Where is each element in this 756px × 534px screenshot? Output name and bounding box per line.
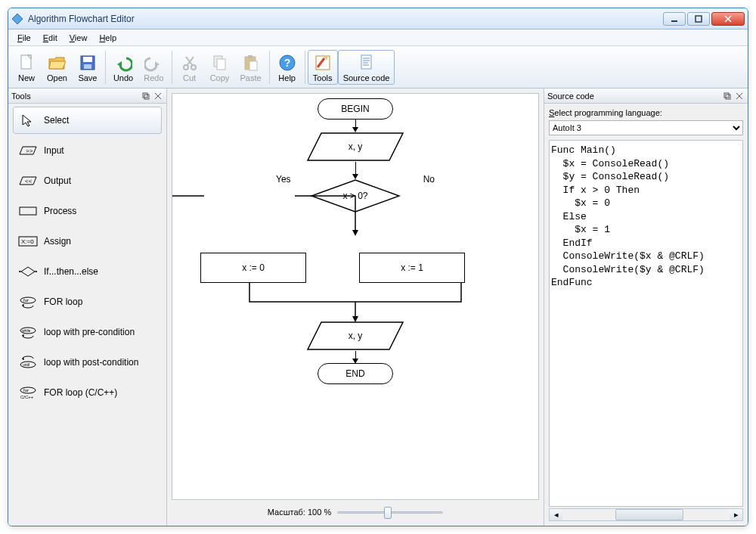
scroll-right-icon[interactable]: ▸ [730, 509, 742, 520]
svg-rect-10 [83, 57, 92, 62]
svg-text:X:=0: X:=0 [21, 238, 34, 245]
save-button[interactable]: Save [73, 50, 103, 85]
source-panel-undock[interactable] [722, 91, 733, 101]
app-window: Algorithm Flowchart Editor File Edit Vie… [8, 8, 748, 526]
language-select[interactable]: AutoIt 3 [549, 120, 743, 135]
save-icon [78, 53, 98, 73]
svg-rect-69 [724, 93, 729, 98]
tools-panel-close[interactable] [153, 91, 163, 101]
tool-select[interactable]: Select [13, 107, 162, 134]
paste-button[interactable]: Paste [235, 50, 267, 85]
undo-icon [113, 53, 133, 73]
for-icon: for [18, 295, 38, 309]
tools-panel-undock[interactable] [141, 91, 151, 101]
app-icon [11, 13, 23, 25]
flowchart-output[interactable]: x, y [306, 321, 404, 351]
redo-button[interactable]: Redo [138, 50, 169, 85]
svg-marker-0 [12, 14, 23, 24]
svg-rect-33 [143, 93, 147, 98]
svg-point-49 [36, 271, 37, 272]
svg-rect-42 [20, 207, 36, 215]
menu-edit[interactable]: Edit [37, 32, 64, 44]
tools-toggle-button[interactable]: Tools [308, 50, 338, 85]
maximize-button[interactable] [687, 12, 710, 26]
tool-ifthen[interactable]: If...then...else [13, 258, 162, 285]
tools-icon [313, 53, 333, 73]
no-label: No [423, 174, 435, 185]
tool-for[interactable]: forFOR loop [13, 288, 162, 315]
new-button[interactable]: New [11, 50, 42, 85]
cursor-icon [18, 113, 38, 127]
tool-while[interactable]: whileloop with pre-condition [13, 318, 162, 346]
zoom-slider[interactable] [337, 506, 443, 518]
forcpp-icon: forC/C++ [18, 386, 38, 399]
zoom-label: Масштаб: 100 % [268, 508, 331, 517]
svg-rect-21 [248, 55, 253, 58]
svg-text:>>: >> [26, 147, 33, 154]
svg-rect-22 [249, 61, 257, 70]
toolbar: New Open Save Undo Redo Cut Copy Paste ?… [8, 46, 748, 88]
help-button[interactable]: ?Help [272, 50, 302, 85]
svg-rect-70 [726, 95, 730, 99]
source-panel-title: Source code [547, 92, 720, 101]
menu-view[interactable]: View [64, 32, 94, 44]
titlebar[interactable]: Algorithm Flowchart Editor [8, 8, 748, 29]
source-toggle-button[interactable]: Source code [338, 50, 395, 85]
scroll-left-icon[interactable]: ◂ [550, 509, 562, 520]
svg-text:<<: << [25, 178, 33, 185]
menu-help[interactable]: Help [93, 32, 122, 44]
canvas-area: BEGIN x, y Yes No x > 0? [167, 88, 544, 526]
menubar: File Edit View Help [8, 29, 748, 46]
source-icon [357, 53, 376, 73]
until-icon: until [18, 355, 38, 369]
svg-text:for: for [23, 298, 29, 303]
source-hscrollbar[interactable]: ◂ ▸ [549, 508, 743, 521]
cut-button[interactable]: Cut [175, 50, 205, 85]
svg-marker-8 [49, 61, 66, 69]
svg-rect-19 [217, 59, 225, 70]
svg-marker-37 [23, 115, 31, 126]
redo-icon [144, 53, 163, 73]
output-icon: << [18, 174, 38, 188]
copy-button[interactable]: Copy [205, 50, 235, 85]
tool-input[interactable]: >>Input [13, 137, 162, 164]
tool-process[interactable]: Process [13, 197, 162, 225]
svg-rect-2 [696, 16, 702, 22]
flowchart-input[interactable]: x, y [306, 132, 404, 162]
open-button[interactable]: Open [42, 50, 73, 85]
flowchart-canvas[interactable]: BEGIN x, y Yes No x > 0? [172, 93, 539, 500]
source-code[interactable]: Func Main() $x = ConsoleRead() $y = Cons… [549, 140, 743, 507]
tool-output[interactable]: <<Output [13, 167, 162, 194]
source-panel: Source code Select programming language:… [544, 88, 748, 526]
process-icon [18, 204, 38, 218]
decision-icon [18, 265, 38, 278]
window-title: Algorithm Flowchart Editor [28, 14, 662, 24]
svg-point-48 [19, 271, 20, 272]
input-icon: >> [18, 144, 38, 157]
svg-rect-28 [361, 55, 371, 69]
copy-icon [210, 53, 230, 73]
svg-text:until: until [23, 362, 29, 367]
while-icon: while [18, 325, 38, 339]
svg-text:C/C++: C/C++ [20, 395, 34, 399]
svg-marker-65 [352, 230, 358, 236]
flowchart-begin[interactable]: BEGIN [318, 98, 393, 120]
tool-assign[interactable]: X:=0Assign [13, 228, 162, 255]
svg-marker-45 [21, 267, 35, 276]
svg-text:for: for [23, 388, 29, 393]
help-icon: ? [277, 53, 297, 73]
yes-label: Yes [276, 174, 291, 185]
tool-until[interactable]: untilloop with post-condition [13, 349, 162, 376]
tools-panel: Tools Select >>Input <<Output Process X:… [8, 88, 167, 526]
language-label: Select programming language: [549, 108, 743, 117]
cut-icon [180, 53, 200, 73]
close-button[interactable] [711, 12, 745, 26]
svg-text:while: while [22, 328, 31, 333]
svg-rect-34 [144, 95, 149, 99]
menu-file[interactable]: File [11, 32, 37, 44]
flowchart-end[interactable]: END [318, 363, 393, 384]
minimize-button[interactable] [663, 12, 686, 26]
undo-button[interactable]: Undo [108, 50, 138, 85]
source-panel-close[interactable] [734, 91, 745, 101]
tool-forcpp[interactable]: forC/C++FOR loop (C/C++) [13, 379, 162, 406]
